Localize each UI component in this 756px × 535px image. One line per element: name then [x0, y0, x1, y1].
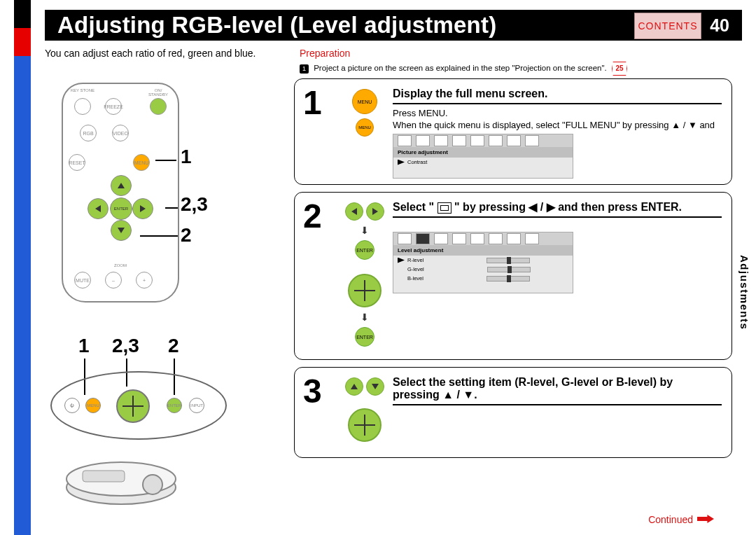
step-2-number: 2 — [303, 197, 322, 235]
joystick-icon — [348, 408, 382, 442]
step-1-number: 1 — [303, 83, 322, 122]
svg-point-2 — [143, 475, 162, 494]
menu-button-icon-small: MENU — [356, 118, 374, 137]
remote-callout-2: 2 — [181, 224, 192, 246]
chapter-side-tab: Adjustments — [735, 230, 753, 356]
preparation-sentence: Project a picture on the screen as expla… — [314, 64, 607, 72]
osd-label-picture: Picture adjustment — [393, 147, 573, 158]
panel-callout-1: 1 — [78, 335, 90, 357]
step-3-number: 3 — [303, 372, 322, 410]
enter-button-icon: ENTER — [355, 327, 374, 347]
intro-text: You can adjust each ratio of red, green … — [45, 48, 255, 59]
dpad-up — [111, 175, 132, 196]
osd-item-contrast: Contrast — [407, 159, 427, 165]
osd-label-level: Level adjustment — [393, 245, 573, 256]
osd-preview-level: Level adjustment R-level G-level B-level — [393, 232, 573, 293]
menu-button-icon: MENU — [352, 89, 377, 114]
btn-menu: MENU — [133, 154, 150, 171]
down-arrow-icon: ⬇ — [360, 225, 369, 236]
label-zoom: ZOOM — [106, 263, 134, 268]
enter-button-icon: ENTER — [355, 240, 374, 260]
panel-btn-enter: ENTER — [167, 398, 182, 413]
btn-video: VIDEO — [112, 125, 129, 141]
btn-mute: MUTE — [74, 272, 91, 289]
btn-freeze: FREEZE — [105, 98, 122, 115]
step-3-box: 3 Select the setting item (R-level, G-le… — [294, 367, 732, 458]
panel-btn-power: ⏻ — [64, 398, 80, 413]
dpad-down — [111, 220, 132, 241]
btn-rgb: RGB — [80, 125, 97, 141]
panel-callout-2: 2 — [168, 335, 179, 357]
osd-preview-picture: Picture adjustment Contrast — [393, 134, 573, 179]
page-title: Adjusting RGB-level (Level adjustment) — [57, 10, 496, 41]
btn-standby — [150, 98, 167, 115]
step-2-box: 2 ⬇ ENTER ⬇ ENTER Select " " by pressing… — [294, 192, 732, 360]
left-color-stripe — [14, 0, 31, 535]
title-bar: Adjusting RGB-level (Level adjustment) C… — [45, 10, 742, 41]
osd-item-r: R-level — [407, 257, 424, 263]
svg-rect-3 — [83, 471, 125, 482]
step-2-heading: Select " " by pressing ◀ / ▶ and then pr… — [393, 201, 682, 213]
remote-callout-1: 1 — [181, 146, 192, 168]
preparation-heading: Preparation — [300, 48, 350, 59]
panel-joystick — [116, 389, 150, 423]
projector-drawing — [62, 445, 181, 508]
label-standby: ON/ STANDBY — [144, 88, 172, 97]
dpad-enter: ENTER — [110, 197, 132, 220]
continued-arrow-icon — [697, 515, 714, 523]
preparation-page-ref[interactable]: 25 — [612, 62, 627, 76]
down-arrow-icon: ⬇ — [360, 312, 369, 323]
preparation-text: 1 Project a picture on the screen as exp… — [300, 62, 728, 76]
page-number: 40 — [710, 10, 729, 41]
label-keystone: KEY STONE — [69, 88, 97, 92]
step-1-box: 1 MENU MENU Display the full menu screen… — [294, 78, 732, 185]
dpad-right — [132, 198, 153, 219]
osd-item-b: B-level — [407, 275, 424, 282]
remote-illustration: KEY STONE ON/ STANDBY FREEZE RGB VIDEO R… — [62, 83, 179, 303]
panel-btn-menu: MENU — [85, 398, 101, 413]
btn-zoom-plus: + — [136, 272, 153, 289]
up-down-buttons-icon — [345, 377, 384, 396]
contents-button[interactable]: CONTENTS — [634, 13, 701, 39]
prep-bullet-num: 1 — [300, 64, 309, 74]
continued-label: Continued — [648, 514, 714, 525]
osd-item-g: G-level — [407, 266, 424, 272]
panel-btn-input: INPUT — [189, 398, 204, 413]
step-3-heading: Select the setting item (R-level, G-leve… — [393, 376, 673, 401]
joystick-icon — [348, 274, 382, 307]
dpad-left — [88, 198, 108, 219]
panel-callout-23: 2,3 — [112, 335, 139, 357]
btn-zoom-minus: – — [105, 272, 122, 289]
left-right-buttons-icon — [345, 202, 384, 221]
btn-keystone — [74, 98, 91, 115]
remote-dpad: ENTER — [84, 172, 157, 244]
step-1-heading: Display the full menu screen. — [393, 88, 547, 99]
remote-callout-23: 2,3 — [181, 193, 208, 216]
step-1-line1: Press MENU. — [393, 107, 722, 119]
btn-reset: RESET — [69, 154, 85, 171]
control-panel-illustration: ⏻ MENU ENTER INPUT — [50, 371, 227, 440]
